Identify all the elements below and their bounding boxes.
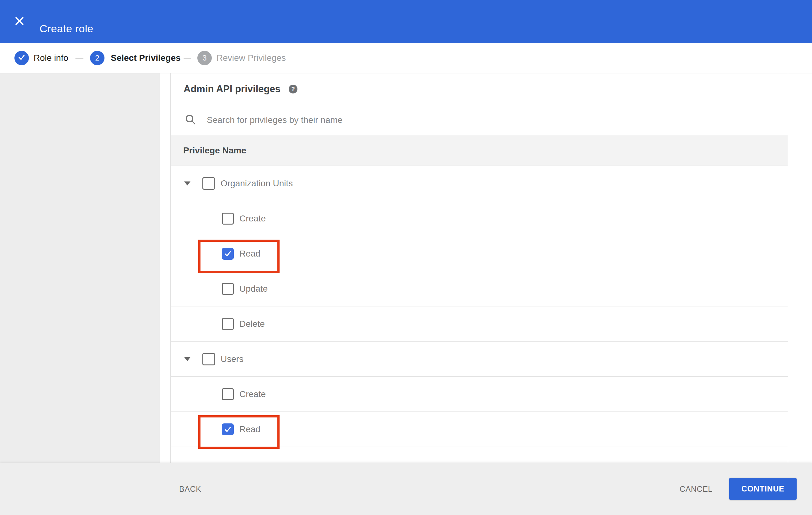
- privilege-checkbox[interactable]: [222, 248, 234, 260]
- table-row[interactable]: Organization Units: [171, 166, 788, 201]
- help-icon[interactable]: ?: [289, 85, 297, 93]
- privilege-label: Organization Units: [221, 178, 293, 188]
- app-bar: Create role: [0, 0, 812, 43]
- table-row[interactable]: Create: [171, 377, 788, 412]
- step-3-indicator: 3: [197, 51, 212, 65]
- dialog-title: Create role: [39, 23, 93, 35]
- wizard-stepper: Role info 2 Select Privileges 3 Review P…: [0, 43, 812, 73]
- back-button[interactable]: BACK: [177, 484, 203, 494]
- table-row[interactable]: Users: [171, 341, 788, 377]
- step-1-label: Role info: [34, 53, 68, 63]
- privilege-checkbox[interactable]: [222, 283, 234, 295]
- table-row[interactable]: Update: [171, 271, 788, 306]
- privilege-checkbox[interactable]: [222, 318, 234, 330]
- footer-bar: BACK CANCEL CONTINUE: [0, 463, 812, 515]
- column-header-privilege-name: Privilege Name: [183, 146, 246, 156]
- check-icon: [18, 53, 25, 63]
- privilege-label: Update: [239, 284, 268, 294]
- step-2-indicator: 2: [90, 51, 105, 65]
- table-row[interactable]: Delete: [171, 306, 788, 341]
- table-row[interactable]: Read: [171, 236, 788, 271]
- privilege-search: [171, 105, 788, 135]
- privilege-checkbox[interactable]: [222, 423, 234, 435]
- cancel-button[interactable]: CANCEL: [678, 484, 715, 494]
- step-1-indicator: [14, 51, 29, 65]
- panel-heading-row: Admin API privileges ?: [171, 73, 788, 105]
- privilege-checkbox[interactable]: [202, 177, 215, 190]
- table-row[interactable]: Create: [171, 201, 788, 236]
- step-3-number: 3: [202, 54, 206, 62]
- search-input[interactable]: [206, 115, 677, 125]
- privilege-label: Users: [221, 354, 243, 364]
- table-row[interactable]: Read: [171, 412, 788, 447]
- left-rail: [0, 73, 160, 463]
- annotation-highlight-box: [198, 240, 280, 273]
- privilege-label: Create: [239, 214, 266, 223]
- privilege-checkbox[interactable]: [222, 388, 234, 400]
- step-connector: [75, 58, 83, 59]
- privilege-label: Delete: [239, 319, 265, 329]
- expand-arrow-icon[interactable]: [184, 181, 191, 185]
- privilege-table-body: Organization Units Create Read Update: [171, 166, 788, 447]
- privilege-label: Read: [239, 249, 260, 259]
- close-icon[interactable]: [13, 15, 25, 27]
- table-header: Privilege Name: [171, 135, 788, 166]
- annotation-highlight-box: [198, 415, 280, 449]
- privilege-checkbox[interactable]: [222, 213, 234, 224]
- privileges-panel: Admin API privileges ? Privilege Name Or…: [170, 73, 788, 463]
- step-connector: [183, 58, 191, 59]
- privilege-label: Create: [239, 389, 266, 399]
- privilege-checkbox[interactable]: [202, 353, 215, 365]
- continue-button[interactable]: CONTINUE: [729, 478, 796, 500]
- step-3-label: Review Privileges: [216, 53, 286, 63]
- privilege-label: Read: [239, 424, 260, 434]
- step-2-number: 2: [95, 54, 99, 62]
- create-role-dialog: Create role Role info 2 Select Privilege…: [0, 0, 812, 515]
- expand-arrow-icon[interactable]: [184, 357, 191, 361]
- panel-heading: Admin API privileges: [183, 84, 281, 95]
- search-icon: [184, 114, 196, 127]
- step-2-label: Select Privileges: [111, 53, 181, 63]
